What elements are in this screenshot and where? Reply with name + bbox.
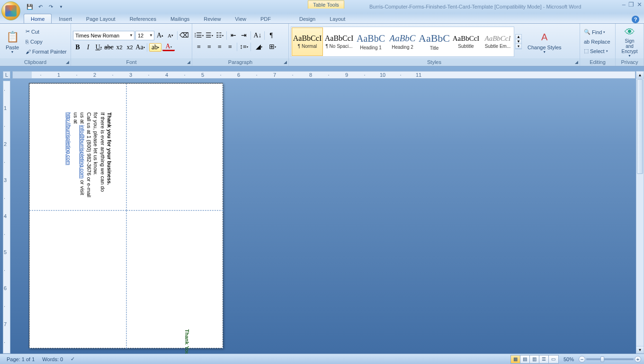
font-name-combo[interactable]: Times New Roman▼ bbox=[73, 31, 134, 40]
tab-insert[interactable]: Insert bbox=[52, 14, 79, 23]
format-painter-button[interactable]: 🖌Format Painter bbox=[24, 47, 69, 56]
page[interactable]: Thank you for your business. If there is… bbox=[29, 83, 223, 348]
justify-button[interactable]: ≡ bbox=[225, 43, 235, 51]
copy-button[interactable]: ⎘Copy bbox=[24, 37, 69, 46]
scroll-down-icon[interactable]: ▼ bbox=[636, 346, 644, 353]
styles-launcher-icon[interactable]: ◢ bbox=[575, 60, 578, 64]
underline-button[interactable]: U▾ bbox=[94, 43, 103, 52]
find-button[interactable]: 🔍Find▾ bbox=[582, 27, 612, 37]
scrollbar-thumb[interactable] bbox=[637, 79, 643, 174]
horizontal-ruler[interactable]: ·1·2·3·4·5·6·7·8·9·10·11 bbox=[12, 71, 635, 79]
clear-formatting-button[interactable]: ⌫ bbox=[179, 31, 189, 40]
scroll-up-icon[interactable]: ▲ bbox=[636, 72, 644, 79]
help-icon[interactable]: ? bbox=[632, 16, 639, 23]
cut-button[interactable]: ✂Cut bbox=[24, 27, 69, 36]
gallery-more-icon[interactable]: ▾ bbox=[516, 44, 521, 49]
email-link[interactable]: info@burrispleting.com bbox=[80, 125, 85, 179]
paragraph-launcher-icon[interactable]: ◢ bbox=[284, 60, 287, 64]
style-item-heading[interactable]: AaBbCHeading 1 bbox=[355, 27, 386, 56]
vertical-ruler[interactable]: ·1·2·3·4·5·6·7·8·9·10·11·12·13 bbox=[3, 81, 10, 354]
borders-button[interactable]: ⊞▾ bbox=[266, 43, 278, 51]
table-cell[interactable]: Thank You! bbox=[126, 210, 223, 348]
select-button[interactable]: ⬚Select▾ bbox=[582, 46, 612, 56]
grow-font-button[interactable]: A▴ bbox=[155, 31, 165, 40]
print-layout-view-button[interactable]: ▦ bbox=[511, 355, 520, 363]
shrink-font-button[interactable]: A▾ bbox=[166, 31, 175, 40]
sign-encrypt-button[interactable]: 👁 Sign and Encrypt ▼ bbox=[617, 25, 642, 58]
replace-button[interactable]: abReplace bbox=[582, 37, 612, 46]
tab-pdf[interactable]: PDF bbox=[253, 14, 278, 23]
style-item-normal[interactable]: AaBbCcI¶ Normal bbox=[292, 27, 323, 56]
table-cell[interactable]: Thank you for your business. If there is… bbox=[29, 83, 126, 210]
numbering-button[interactable]: ☰▾ bbox=[205, 31, 214, 40]
zoom-level[interactable]: 50% bbox=[560, 356, 578, 362]
superscript-button[interactable]: x2 bbox=[125, 43, 134, 52]
increase-indent-button[interactable]: ⇥ bbox=[239, 31, 249, 40]
tab-review[interactable]: Review bbox=[197, 14, 228, 23]
document-area[interactable]: Thank you for your business. If there is… bbox=[12, 81, 635, 354]
font-color-button[interactable]: A▾ bbox=[162, 43, 175, 51]
vertical-scrollbar[interactable]: ▲ ▼ bbox=[636, 71, 644, 354]
paste-button[interactable]: 📋 Paste ▼ bbox=[2, 25, 23, 58]
italic-button[interactable]: I bbox=[83, 43, 93, 52]
change-case-button[interactable]: Aa▾ bbox=[135, 43, 145, 52]
tab-home[interactable]: Home bbox=[24, 14, 52, 23]
close-icon[interactable]: ✕ bbox=[637, 1, 642, 8]
subscript-button[interactable]: x2 bbox=[115, 43, 124, 52]
gallery-up-icon[interactable]: ▲ bbox=[516, 35, 521, 39]
shading-button[interactable]: ◢▾ bbox=[253, 43, 265, 51]
decrease-indent-button[interactable]: ⇤ bbox=[229, 31, 238, 40]
website-link[interactable]: http://burrispleting.com bbox=[66, 112, 72, 165]
tab-layout[interactable]: Layout bbox=[322, 14, 352, 23]
proofing-icon[interactable]: ✓ bbox=[67, 356, 79, 362]
tab-mailings[interactable]: Mailings bbox=[163, 14, 197, 23]
tab-references[interactable]: References bbox=[123, 14, 163, 23]
font-size-combo[interactable]: 12▼ bbox=[135, 31, 154, 40]
bold-button[interactable]: B bbox=[73, 43, 82, 52]
word-count[interactable]: Words: 0 bbox=[38, 356, 67, 362]
strikethrough-button[interactable]: abc bbox=[104, 43, 114, 52]
save-icon[interactable]: 💾 bbox=[26, 2, 34, 11]
align-center-button[interactable]: ≡ bbox=[205, 43, 214, 51]
outline-view-button[interactable]: ☰ bbox=[539, 355, 549, 363]
bullets-button[interactable]: ⁝☰▾ bbox=[194, 31, 204, 40]
align-right-button[interactable]: ≡ bbox=[215, 43, 224, 51]
tab-page-layout[interactable]: Page Layout bbox=[79, 14, 123, 23]
font-launcher-icon[interactable]: ◢ bbox=[187, 60, 190, 64]
sort-button[interactable]: A↓ bbox=[253, 31, 262, 40]
clipboard-launcher-icon[interactable]: ◢ bbox=[66, 60, 69, 64]
multilevel-button[interactable]: ☷▾ bbox=[215, 31, 224, 40]
highlight-button[interactable]: ab▾ bbox=[149, 43, 161, 52]
style-item-title[interactable]: AaBbCTitle bbox=[419, 27, 450, 56]
tab-design[interactable]: Design bbox=[292, 14, 322, 23]
show-marks-button[interactable]: ¶ bbox=[267, 31, 276, 40]
change-styles-button[interactable]: A Change Styles ▼ bbox=[525, 25, 564, 58]
zoom-slider[interactable] bbox=[586, 358, 634, 360]
line-spacing-button[interactable]: ↕≡▾ bbox=[239, 43, 249, 51]
minimize-icon[interactable]: – bbox=[622, 1, 626, 8]
style-item-nospaci[interactable]: AaBbCcI¶ No Spaci... bbox=[323, 27, 355, 56]
maximize-icon[interactable]: ❐ bbox=[628, 1, 634, 8]
zoom-out-button[interactable]: − bbox=[579, 356, 585, 363]
style-item-subtleem[interactable]: AaBbCcISubtle Em... bbox=[482, 27, 513, 56]
zoom-in-button[interactable]: + bbox=[635, 356, 641, 363]
table-cell[interactable] bbox=[126, 83, 223, 210]
web-layout-view-button[interactable]: ▥ bbox=[530, 355, 539, 363]
qat-customize-icon[interactable]: ▼ bbox=[57, 2, 65, 11]
undo-icon[interactable]: ↶ bbox=[36, 2, 45, 11]
tab-selector[interactable]: L bbox=[3, 71, 10, 79]
table-cell[interactable]: Burris bbox=[29, 210, 126, 348]
full-screen-view-button[interactable]: ▤ bbox=[520, 355, 530, 363]
gallery-down-icon[interactable]: ▼ bbox=[516, 39, 521, 44]
style-item-heading[interactable]: AaBbCHeading 2 bbox=[387, 27, 418, 56]
redo-icon[interactable]: ↷ bbox=[46, 2, 55, 11]
tab-view[interactable]: View bbox=[228, 14, 253, 23]
office-button[interactable] bbox=[1, 1, 20, 20]
zoom-slider-thumb[interactable] bbox=[600, 356, 604, 362]
thank-you-heading[interactable]: Thank You! bbox=[181, 329, 199, 354]
draft-view-button[interactable]: ▭ bbox=[549, 355, 558, 363]
align-left-button[interactable]: ≡ bbox=[194, 43, 204, 51]
card-body-text[interactable]: Thank you for your business. If there is… bbox=[65, 112, 113, 198]
style-item-subtitle[interactable]: AaBbCcISubtitle bbox=[450, 27, 482, 56]
page-status[interactable]: Page: 1 of 1 bbox=[3, 356, 38, 362]
